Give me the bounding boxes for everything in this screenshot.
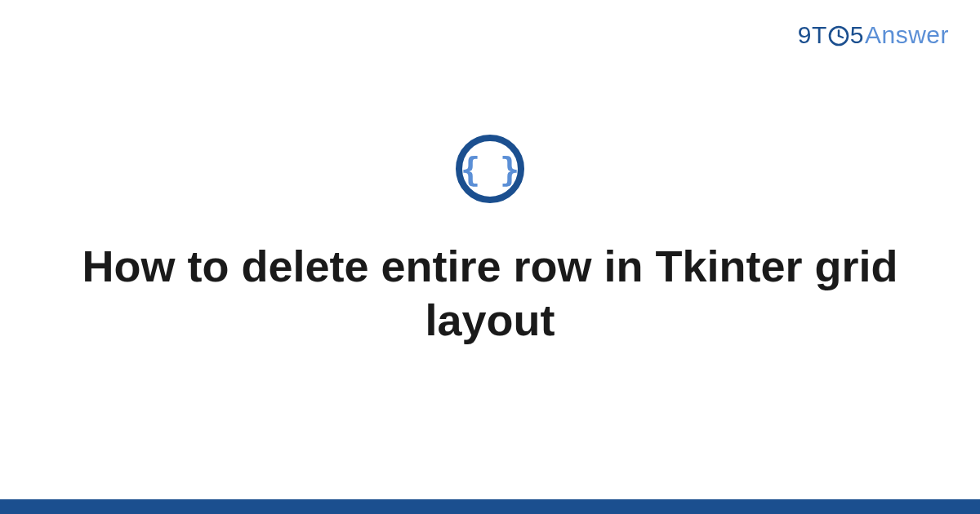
main-content: { } How to delete entire row in Tkinter … xyxy=(0,0,980,514)
category-badge: { } xyxy=(455,134,525,204)
footer-accent-bar xyxy=(0,499,980,514)
svg-text:{ }: { } xyxy=(461,151,519,188)
page-title: How to delete entire row in Tkinter grid… xyxy=(74,240,906,348)
